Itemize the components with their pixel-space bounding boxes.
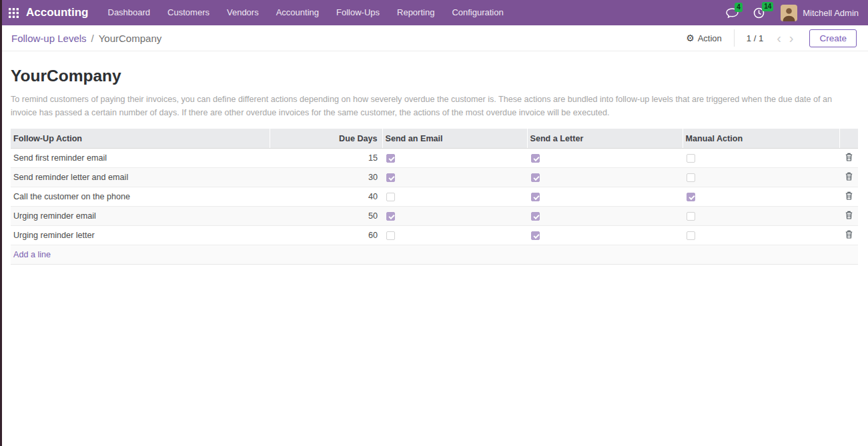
pager-previous-icon[interactable]: ‹ (773, 31, 785, 45)
add-line-row: Add a line (11, 245, 858, 265)
table-row: Urging reminder letter 60 (11, 226, 858, 245)
column-header-follow-up-action[interactable]: Follow-Up Action (11, 129, 270, 149)
create-button[interactable]: Create (809, 29, 857, 47)
top-navbar: Accounting Dashboard Customers Vendors A… (0, 0, 868, 25)
send-letter-checkbox[interactable] (531, 231, 540, 240)
manual-action-checkbox[interactable] (687, 231, 695, 240)
table-header-row: Follow-Up Action Due Days Send an Email … (11, 129, 858, 149)
column-header-manual-action[interactable]: Manual Action (683, 129, 839, 149)
nav-item-dashboard[interactable]: Dashboard (99, 0, 159, 25)
app-brand-title[interactable]: Accounting (26, 6, 89, 19)
pager-value: 1 / 1 (747, 33, 763, 43)
cell-action-name[interactable]: Send reminder letter and email (11, 168, 270, 187)
column-header-due-days[interactable]: Due Days (270, 129, 382, 149)
manual-action-checkbox[interactable] (687, 193, 695, 201)
main-content: YourCompany To remind customers of payin… (0, 51, 868, 265)
manual-action-checkbox[interactable] (687, 154, 695, 163)
nav-item-reporting[interactable]: Reporting (388, 0, 443, 25)
send-email-checkbox[interactable] (386, 193, 395, 201)
messages-icon[interactable]: 4 (726, 8, 739, 18)
cell-action-name[interactable]: Urging reminder email (11, 207, 270, 226)
table-row: Urging reminder email 50 (11, 207, 858, 226)
page-description: To remind customers of paying their invo… (11, 93, 846, 120)
delete-row-icon[interactable] (845, 172, 853, 181)
breadcrumb-separator: / (91, 33, 94, 44)
cell-due-days[interactable]: 30 (270, 168, 382, 187)
user-menu[interactable]: Mitchell Admin (781, 5, 859, 21)
follow-up-levels-table: Follow-Up Action Due Days Send an Email … (11, 129, 858, 265)
breadcrumb-current: YourCompany (99, 33, 162, 44)
table-row: Send reminder letter and email 30 (11, 168, 858, 187)
user-avatar (781, 5, 797, 21)
send-letter-checkbox[interactable] (531, 212, 540, 221)
cell-action-name[interactable]: Urging reminder letter (11, 226, 270, 245)
column-header-delete (839, 129, 858, 149)
nav-item-accounting[interactable]: Accounting (268, 0, 328, 25)
pager-next-icon[interactable]: › (785, 31, 798, 45)
send-email-checkbox[interactable] (386, 154, 395, 163)
delete-row-icon[interactable] (845, 211, 853, 219)
action-menu-label: Action (698, 33, 722, 43)
manual-action-checkbox[interactable] (687, 173, 695, 182)
cell-action-name[interactable]: Call the customer on the phone (11, 187, 270, 207)
nav-item-configuration[interactable]: Configuration (443, 0, 512, 25)
activities-icon[interactable]: 14 (753, 7, 765, 19)
window-edge (0, 0, 2, 446)
delete-row-icon[interactable] (845, 191, 853, 200)
manual-action-checkbox[interactable] (687, 212, 695, 221)
send-letter-checkbox[interactable] (531, 173, 540, 182)
send-email-checkbox[interactable] (386, 173, 395, 182)
control-panel: Follow-up Levels/YourCompany ⚙ Action 1 … (0, 25, 868, 51)
delete-row-icon[interactable] (845, 230, 853, 239)
send-letter-checkbox[interactable] (531, 154, 540, 163)
activities-count-badge: 14 (762, 2, 773, 11)
breadcrumb: Follow-up Levels/YourCompany (11, 33, 161, 44)
apps-menu-icon[interactable] (9, 8, 19, 18)
cell-due-days[interactable]: 50 (270, 207, 382, 226)
user-name: Mitchell Admin (803, 8, 859, 18)
control-panel-right: ⚙ Action 1 / 1 ‹ › Create (686, 29, 857, 47)
cell-action-name[interactable]: Send first reminder email (11, 149, 270, 168)
navbar-right-systray: 4 14 Mitchell Admin (711, 5, 868, 21)
gear-icon: ⚙ (686, 33, 695, 43)
cell-due-days[interactable]: 40 (270, 187, 382, 207)
page-title: YourCompany (11, 67, 857, 85)
messages-count-badge: 4 (735, 3, 743, 12)
column-header-send-an-email[interactable]: Send an Email (382, 129, 527, 149)
action-menu-button[interactable]: ⚙ Action (686, 33, 722, 43)
nav-item-customers[interactable]: Customers (159, 0, 218, 25)
add-a-line-link[interactable]: Add a line (13, 250, 51, 259)
table-row: Send first reminder email 15 (11, 149, 858, 168)
cell-due-days[interactable]: 60 (270, 226, 382, 245)
delete-row-icon[interactable] (845, 153, 853, 161)
send-email-checkbox[interactable] (386, 212, 395, 221)
control-panel-divider (734, 29, 735, 47)
table-row: Call the customer on the phone 40 (11, 187, 858, 207)
nav-item-vendors[interactable]: Vendors (218, 0, 268, 25)
send-letter-checkbox[interactable] (531, 193, 540, 201)
column-header-send-a-letter[interactable]: Send a Letter (527, 129, 683, 149)
send-email-checkbox[interactable] (386, 231, 395, 240)
breadcrumb-parent-link[interactable]: Follow-up Levels (11, 33, 87, 44)
cell-due-days[interactable]: 15 (270, 149, 382, 168)
nav-item-follow-ups[interactable]: Follow-Ups (328, 0, 388, 25)
